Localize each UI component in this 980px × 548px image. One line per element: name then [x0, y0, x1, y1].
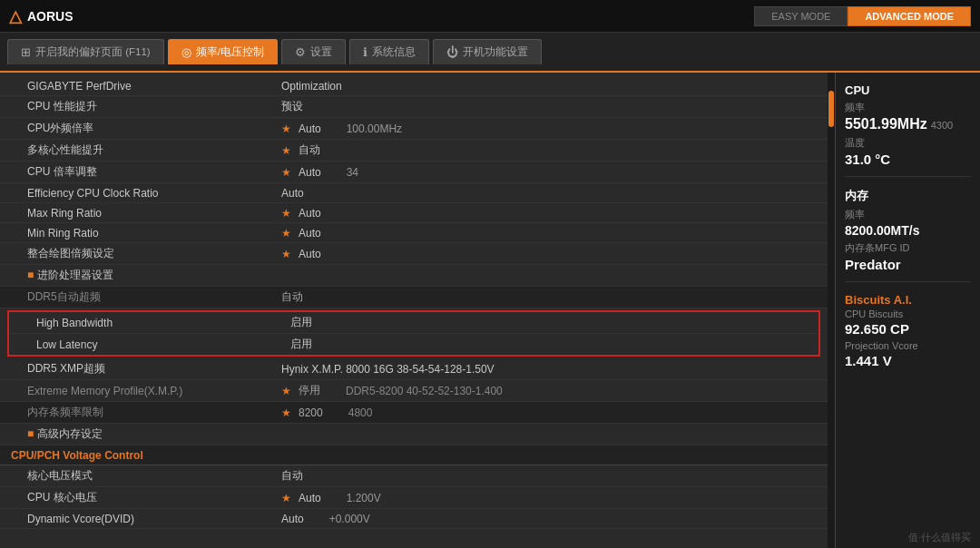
- power-icon: ⏻: [446, 45, 458, 59]
- favorites-icon: ⊞: [21, 45, 31, 59]
- star-vcore: ★: [281, 492, 291, 504]
- label-cpu-ratio: CPU 倍率调整: [27, 164, 281, 180]
- sidebar-cpu-section: CPU 频率 5501.99MHz 4300 温度 31.0 °C: [845, 83, 971, 177]
- mode-switcher: EASY MODE ADVANCED MODE: [754, 6, 971, 26]
- value-low-latency: 启用: [290, 337, 808, 352]
- advanced-mode-button[interactable]: ADVANCED MODE: [848, 6, 971, 26]
- tab-power[interactable]: ⏻ 开机功能设置: [433, 39, 542, 64]
- sidebar-biscuit-section: Biscuits A.I. CPU Biscuits 92.650 CP Pro…: [845, 293, 971, 377]
- row-cpu-perf[interactable]: CPU 性能提升 预设: [0, 96, 828, 118]
- tab-sysinfo[interactable]: ℹ 系统信息: [349, 39, 429, 64]
- row-xmp-profile[interactable]: Extreme Memory Profile(X.M.P.) ★ 停用 DDR5…: [0, 380, 828, 402]
- row-perfdrive[interactable]: GIGABYTE PerfDrive Optimization: [0, 76, 828, 96]
- sidebar-cpu-title: CPU: [845, 83, 971, 97]
- easy-mode-button[interactable]: EASY MODE: [754, 6, 848, 26]
- scrollbar[interactable]: [828, 73, 835, 548]
- sidebar-mem-mfg-value: Predator: [845, 257, 971, 272]
- label-max-ring: Max Ring Ratio: [27, 207, 281, 220]
- row-max-ring[interactable]: Max Ring Ratio ★ Auto: [0, 203, 828, 223]
- star-igpu: ★: [281, 248, 291, 260]
- row-min-ring[interactable]: Min Ring Ratio ★ Auto: [0, 223, 828, 243]
- sidebar-cpu-freq-mhz: 5501.99MHz: [845, 116, 927, 132]
- label-cpu-perf: CPU 性能提升: [27, 99, 281, 114]
- sidebar-cpu-freq-value: 5501.99MHz 4300: [845, 116, 971, 132]
- sidebar-cpu-temp-value: 31.0 °C: [845, 152, 971, 167]
- value-efficiency-cpu: Auto: [281, 187, 817, 200]
- row-high-bandwidth[interactable]: High Bandwidth 启用: [9, 312, 818, 334]
- tab-power-label: 开机功能设置: [463, 45, 528, 59]
- tab-sysinfo-label: 系统信息: [372, 45, 416, 59]
- row-bclk[interactable]: CPU外频倍率 ★ Auto 100.00MHz: [0, 118, 828, 140]
- star-multicore: ★: [281, 144, 291, 157]
- star-mem-freq: ★: [281, 406, 291, 419]
- sidebar-mem-freq-label: 频率: [845, 208, 971, 221]
- row-cpu-vcore[interactable]: CPU 核心电压 ★ Auto 1.200V: [0, 487, 828, 509]
- value-high-bandwidth: 启用: [290, 315, 808, 330]
- sidebar-memory-title: 内存: [845, 188, 971, 204]
- row-ddr5-auto[interactable]: DDR5自动超频 自动: [0, 287, 828, 308]
- settings-icon: ⚙: [295, 45, 306, 59]
- row-igpu[interactable]: 整合绘图倍频设定 ★ Auto: [0, 243, 828, 265]
- label-efficiency-cpu: Efficiency CPU Clock Ratio: [27, 187, 281, 200]
- sidebar-biscuit-cpu-value: 92.650 CP: [845, 321, 971, 337]
- row-efficiency-cpu[interactable]: Efficiency CPU Clock Ratio Auto: [0, 183, 828, 203]
- sidebar-biscuit-proj-label: Projection Vcore: [845, 340, 971, 351]
- value-ddr5-auto: 自动: [281, 289, 817, 305]
- label-perfdrive: GIGABYTE PerfDrive: [27, 80, 281, 93]
- tab-settings-label: 设置: [310, 45, 332, 59]
- value-multicore: ★ 自动: [281, 142, 817, 158]
- tab-favorites-label: 开启我的偏好页面 (F11): [35, 45, 151, 59]
- sidebar-mem-mfg-label: 内存条MFG ID: [845, 241, 971, 255]
- label-mem-freq: 内存条频率限制: [27, 405, 281, 420]
- value-bclk: ★ Auto 100.00MHz: [281, 122, 817, 135]
- sidebar-biscuit-proj-value: 1.441 V: [845, 353, 971, 368]
- tab-favorites[interactable]: ⊞ 开启我的偏好页面 (F11): [7, 39, 164, 64]
- sidebar-biscuit-cpu-label: CPU Biscuits: [845, 308, 971, 319]
- row-dvid[interactable]: Dynamic Vcore(DVID) Auto +0.000V: [0, 509, 828, 529]
- star-bclk: ★: [281, 122, 291, 135]
- row-cpu-ratio[interactable]: CPU 倍率调整 ★ Auto 34: [0, 161, 828, 183]
- tab-settings[interactable]: ⚙ 设置: [281, 39, 346, 64]
- sidebar-cpu-freq-extra: 4300: [931, 120, 953, 131]
- row-multicore[interactable]: 多核心性能提升 ★ 自动: [0, 140, 828, 161]
- sidebar-mem-freq-value: 8200.00MT/s: [845, 223, 971, 238]
- value-perfdrive: Optimization: [281, 80, 817, 93]
- sysinfo-icon: ℹ: [363, 45, 368, 59]
- value-ddr5-xmp: Hynix X.M.P. 8000 16G 38-54-54-128-1.50V: [281, 363, 817, 376]
- star-cpu-ratio: ★: [281, 166, 291, 179]
- label-ddr5-auto: DDR5自动超频: [27, 289, 281, 305]
- label-advanced-mem: 高级内存设定: [27, 426, 281, 442]
- sidebar-cpu-temp-label: 温度: [845, 136, 971, 150]
- scroll-thumb[interactable]: [828, 91, 834, 127]
- star-xmp: ★: [281, 385, 291, 397]
- watermark: 值·什么值得买: [908, 531, 971, 544]
- label-igpu: 整合绘图倍频设定: [27, 246, 281, 261]
- logo-icon: △: [9, 6, 22, 26]
- value-igpu: ★ Auto: [281, 248, 817, 260]
- main-layout: GIGABYTE PerfDrive Optimization CPU 性能提升…: [0, 73, 980, 548]
- value-max-ring: ★ Auto: [281, 207, 817, 220]
- label-xmp-profile: Extreme Memory Profile(X.M.P.): [27, 385, 281, 397]
- red-box-group: High Bandwidth 启用 Low Latency 启用: [7, 310, 820, 357]
- tab-freq[interactable]: ◎ 频率/电压控制: [168, 39, 278, 64]
- value-mem-freq: ★ 8200 4800: [281, 406, 817, 419]
- label-cpu-vcore: CPU 核心电压: [27, 490, 281, 505]
- logo-text: AORUS: [27, 9, 74, 24]
- label-dvid: Dynamic Vcore(DVID): [27, 513, 281, 525]
- sidebar-memory-section: 内存 频率 8200.00MT/s 内存条MFG ID Predator: [845, 188, 971, 282]
- right-sidebar: CPU 频率 5501.99MHz 4300 温度 31.0 °C 内存 频率 …: [835, 73, 980, 548]
- row-ddr5-xmp[interactable]: DDR5 XMP超频 Hynix X.M.P. 8000 16G 38-54-5…: [0, 358, 828, 380]
- label-low-latency: Low Latency: [36, 338, 290, 351]
- value-dvid: Auto +0.000V: [281, 513, 817, 525]
- row-advanced-cpu[interactable]: 进阶处理器设置: [0, 265, 828, 287]
- logo: △ AORUS: [9, 6, 74, 26]
- label-advanced-cpu: 进阶处理器设置: [27, 268, 281, 283]
- row-advanced-mem[interactable]: 高级内存设定: [0, 424, 828, 445]
- value-cpu-ratio: ★ Auto 34: [281, 166, 817, 179]
- row-mem-freq[interactable]: 内存条频率限制 ★ 8200 4800: [0, 402, 828, 424]
- label-cpu-pch-voltage: CPU/PCH Voltage Control: [11, 449, 143, 462]
- top-bar: △ AORUS EASY MODE ADVANCED MODE: [0, 0, 980, 33]
- sidebar-biscuit-title: Biscuits A.I.: [845, 293, 971, 307]
- row-low-latency[interactable]: Low Latency 启用: [9, 334, 818, 355]
- row-core-voltage-mode[interactable]: 核心电压模式 自动: [0, 465, 828, 487]
